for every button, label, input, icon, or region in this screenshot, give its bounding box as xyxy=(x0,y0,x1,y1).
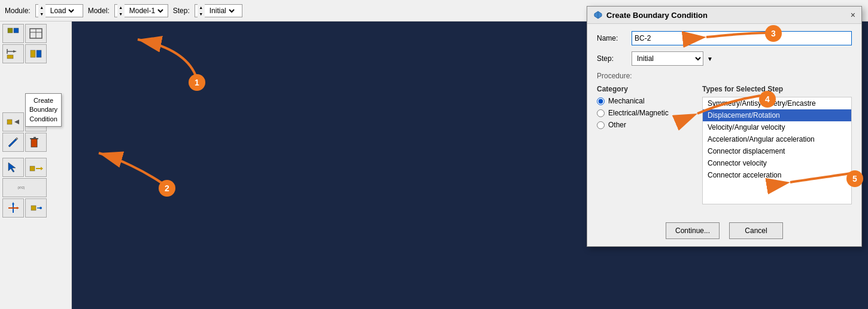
icon-btn-13[interactable] xyxy=(25,198,47,218)
delete-icon xyxy=(29,135,43,149)
tooltip-line2: Boundary xyxy=(29,106,57,113)
category-col: Category Mechanical Electrical/Magnetic … xyxy=(597,85,693,204)
icon-btn-5[interactable] xyxy=(2,112,24,131)
icon-btn-9[interactable] xyxy=(2,158,24,177)
svg-rect-26 xyxy=(31,206,36,210)
radio-other-input[interactable] xyxy=(597,121,605,129)
load-icon xyxy=(6,26,20,41)
svg-marker-25 xyxy=(17,207,19,209)
icon-row-4 xyxy=(2,133,69,152)
model-spin-down[interactable]: ▼ xyxy=(117,11,125,17)
step-select[interactable]: Initial xyxy=(207,6,236,16)
left-sidebar: Create Boundary Condition xyxy=(0,22,72,309)
svg-rect-10 xyxy=(37,50,41,57)
arrow-2-svg xyxy=(90,117,186,201)
type-item-6[interactable]: Connector acceleration xyxy=(703,169,851,181)
step-spin-down[interactable]: ▼ xyxy=(198,11,205,17)
step-dropdown-arrow: ▼ xyxy=(707,56,713,62)
types-header: Types for Selected Step xyxy=(702,85,852,93)
xyz-icon: (XYZ) xyxy=(17,180,32,195)
icon-btn-7[interactable] xyxy=(2,133,24,152)
module-select-container[interactable]: ▲ ▼ Load xyxy=(35,4,83,17)
radio-mechanical[interactable]: Mechanical xyxy=(597,97,693,105)
create-bc-dialog: Create Boundary Condition × Name: Step: … xyxy=(587,22,862,247)
model-select[interactable]: Model-1 xyxy=(127,6,165,16)
annotation-1: 1 xyxy=(189,74,205,91)
cancel-button[interactable]: Cancel xyxy=(729,222,783,239)
type-item-2[interactable]: Velocity/Angular velocity xyxy=(703,121,851,133)
name-row: Name: xyxy=(597,31,852,45)
two-column: Category Mechanical Electrical/Magnetic … xyxy=(597,85,852,204)
select-icon xyxy=(6,160,20,175)
types-list[interactable]: Symmetry/Antisymmetry/Encastre Displacem… xyxy=(702,97,852,204)
svg-rect-11 xyxy=(7,120,12,124)
svg-rect-18 xyxy=(30,166,35,171)
name-input[interactable] xyxy=(632,31,852,45)
spin-buttons-model[interactable]: ▲ ▼ xyxy=(117,4,125,17)
step-dropdown[interactable]: Initial xyxy=(632,51,703,66)
svg-marker-23 xyxy=(12,202,14,204)
radio-other[interactable]: Other xyxy=(597,121,693,129)
radio-electrical-input[interactable] xyxy=(597,109,605,117)
spin-buttons-module[interactable]: ▲ ▼ xyxy=(38,4,45,17)
predefined-icon xyxy=(6,115,20,129)
continue-button[interactable]: Continue... xyxy=(666,222,720,239)
type-item-5[interactable]: Connector velocity xyxy=(703,157,851,169)
bc-icon-2 xyxy=(29,160,43,175)
category-header: Category xyxy=(597,85,693,93)
icon-row-2 xyxy=(2,44,69,63)
tooltip-line1: Create xyxy=(34,97,53,104)
radio-electrical-label: Electrical/Magnetic xyxy=(608,109,669,117)
model-spin-up[interactable]: ▲ xyxy=(117,4,125,11)
svg-rect-5 xyxy=(7,55,13,59)
icon-btn-1[interactable] xyxy=(2,24,24,43)
svg-point-28 xyxy=(40,207,42,209)
module-select[interactable]: Load xyxy=(48,6,76,16)
radio-electrical[interactable]: Electrical/Magnetic xyxy=(597,109,693,117)
bc-icon xyxy=(29,47,43,61)
icon-btn-12[interactable] xyxy=(2,198,24,218)
module-spin-up[interactable]: ▲ xyxy=(38,4,45,11)
icon-btn-10[interactable] xyxy=(25,158,47,177)
table-icon xyxy=(29,26,43,41)
icon-row-5 xyxy=(2,158,69,177)
icon-btn-11[interactable]: (XYZ) xyxy=(2,178,47,197)
annotation-2: 2 xyxy=(159,180,175,197)
tooltip-box: Create Boundary Condition xyxy=(25,93,62,127)
radio-mechanical-input[interactable] xyxy=(597,97,605,105)
arrow-1-svg xyxy=(120,22,239,93)
step-spin-up[interactable]: ▲ xyxy=(198,4,205,11)
module-label: Module: xyxy=(5,7,31,15)
main-area: Create Boundary Condition xyxy=(0,22,868,309)
icon-btn-4[interactable] xyxy=(25,44,47,63)
tooltip-line3: Condition xyxy=(29,115,57,123)
icon-row-7 xyxy=(2,198,69,218)
icon-btn-2[interactable] xyxy=(25,24,47,43)
type-item-0[interactable]: Symmetry/Antisymmetry/Encastre xyxy=(703,97,851,109)
type-item-4[interactable]: Connector displacement xyxy=(703,145,851,157)
svg-text:(XYZ): (XYZ) xyxy=(18,186,25,189)
svg-marker-20 xyxy=(41,167,43,170)
svg-rect-15 xyxy=(31,139,37,147)
axis-icon xyxy=(6,201,20,215)
step-row: Step: Initial ▼ xyxy=(597,51,852,66)
svg-marker-12 xyxy=(14,120,19,124)
svg-marker-8 xyxy=(13,50,17,53)
icon-row-6: (XYZ) xyxy=(2,178,69,197)
icon-btn-8[interactable] xyxy=(25,133,47,152)
type-item-1[interactable]: Displacement/Rotation xyxy=(703,109,851,121)
step-select-container[interactable]: ▲ ▼ Initial xyxy=(195,4,242,17)
name-label: Name: xyxy=(597,34,627,42)
dialog-body: Name: Step: Initial ▼ Procedure: xyxy=(587,24,861,216)
dialog-footer: Continue... Cancel xyxy=(587,216,861,246)
spin-buttons-step[interactable]: ▲ ▼ xyxy=(198,4,205,17)
svg-rect-9 xyxy=(31,50,35,57)
model-label: Model: xyxy=(88,7,110,15)
icon-btn-3[interactable] xyxy=(2,44,24,63)
type-item-3[interactable]: Acceleration/Angular acceleration xyxy=(703,133,851,145)
module-spin-down[interactable]: ▼ xyxy=(38,11,45,17)
radio-mechanical-label: Mechanical xyxy=(608,97,645,105)
dialog-overlay: Create Boundary Condition × Name: Step: … xyxy=(581,22,868,309)
model-select-container[interactable]: ▲ ▼ Model-1 xyxy=(114,4,168,17)
radio-other-label: Other xyxy=(608,121,626,129)
